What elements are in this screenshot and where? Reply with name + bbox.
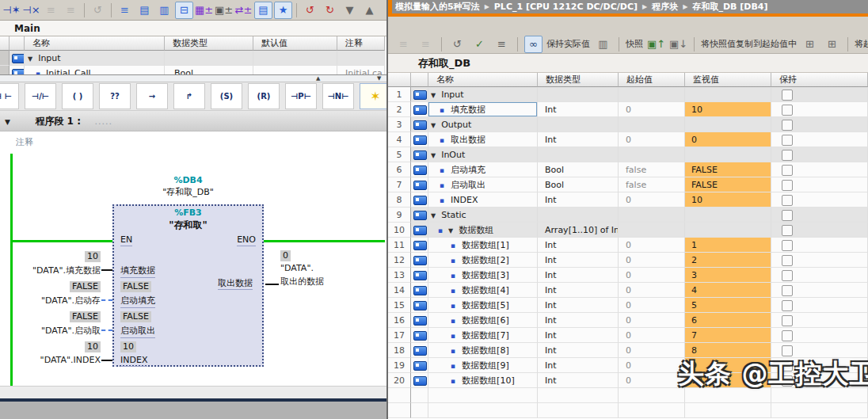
- monitor-value-cell[interactable]: 3: [685, 268, 771, 283]
- data-type-cell[interactable]: Int: [538, 238, 619, 253]
- variable-name-cell[interactable]: ▪Initial_Call: [25, 66, 165, 74]
- variable-name-cell[interactable]: ▪数据数组[3]: [428, 268, 538, 283]
- insert-network-icon[interactable]: ⊣✶: [2, 2, 21, 19]
- start-value-cell[interactable]: 0: [619, 268, 685, 283]
- watch-row[interactable]: 9▼Static: [388, 208, 868, 223]
- watch-row[interactable]: 12▪数据数组[2]Int02: [388, 253, 868, 268]
- watch-column-header[interactable]: [411, 73, 428, 87]
- data-type-cell[interactable]: Int: [538, 373, 619, 388]
- default-value-cell[interactable]: [253, 51, 337, 66]
- db-instance-name[interactable]: "存和取_DB": [112, 186, 264, 198]
- retain-checkbox[interactable]: [782, 105, 793, 116]
- data-type-cell[interactable]: [538, 117, 619, 132]
- variable-name-cell[interactable]: ▪数据数组[7]: [428, 328, 538, 343]
- start-value-cell[interactable]: 0: [619, 192, 685, 208]
- variable-name-cell[interactable]: ▪启动取出: [428, 177, 538, 192]
- interface-column-header[interactable]: 默认值: [253, 36, 337, 51]
- interface-row[interactable]: ▪Initial_CallBoolInitial ca: [0, 66, 386, 74]
- monitor-value-cell[interactable]: [685, 117, 771, 132]
- data-type-cell[interactable]: Int: [538, 358, 619, 373]
- variable-name-cell[interactable]: ▪启动填充: [428, 162, 538, 177]
- watch-row[interactable]: 11▪数据数组[1]Int01: [388, 238, 868, 253]
- upload-icon[interactable]: ▲: [360, 2, 379, 19]
- retain-checkbox[interactable]: [782, 210, 793, 221]
- start-value-cell[interactable]: 0: [619, 313, 685, 328]
- watch-row[interactable]: 4▪取出数据Int00: [388, 132, 868, 147]
- comment-cell[interactable]: Initial ca: [337, 66, 385, 74]
- output-operand-line1[interactable]: "DATA".: [280, 263, 314, 273]
- watch-row[interactable]: 19▪数据数组[9]Int09: [388, 358, 868, 373]
- start-value-cell[interactable]: [619, 208, 685, 223]
- retain-checkbox[interactable]: [782, 225, 793, 236]
- data-type-cell[interactable]: Array[1..10] of Int: [538, 223, 619, 238]
- network-comment[interactable]: 注释: [16, 136, 33, 148]
- data-type-cell[interactable]: Int: [538, 132, 619, 147]
- data-type-cell[interactable]: Bool: [538, 162, 619, 177]
- p-trigger-button[interactable]: ⊣P⊢: [285, 83, 317, 109]
- breadcrumb-item[interactable]: 存和取_DB [DB4]: [692, 1, 767, 13]
- data-type-cell[interactable]: Int: [538, 343, 619, 358]
- data-type-cell[interactable]: Int: [538, 102, 619, 117]
- monitor-value-cell[interactable]: [685, 223, 771, 238]
- interface-row[interactable]: ▼Input: [0, 51, 386, 66]
- watch-row[interactable]: 15▪数据数组[5]Int05: [388, 298, 868, 313]
- variable-name-cell[interactable]: ▪数据数组[5]: [428, 298, 538, 313]
- start-value-cell[interactable]: 0: [619, 358, 685, 373]
- data-type-cell[interactable]: Int: [538, 328, 619, 343]
- watch-row[interactable]: 14▪数据数组[4]Int04: [388, 283, 868, 298]
- default-value-cell[interactable]: [253, 66, 337, 74]
- watch-column-header[interactable]: 保持: [771, 73, 868, 87]
- set-coil-button[interactable]: (S): [211, 83, 242, 109]
- monitor-value-cell[interactable]: 1: [685, 238, 771, 253]
- variable-name-cell[interactable]: ▼Input: [428, 87, 538, 102]
- variable-name-cell[interactable]: ▪数据数组[8]: [428, 343, 538, 358]
- retain-checkbox[interactable]: [782, 375, 793, 387]
- interface-column-header[interactable]: 名称: [25, 36, 165, 51]
- monitor-value-cell[interactable]: FALSE: [685, 162, 771, 177]
- input-operand[interactable]: "DATA".填充数据: [0, 265, 101, 276]
- monitor-value-cell[interactable]: [685, 87, 771, 102]
- watch-row[interactable]: 13▪数据数组[3]Int03: [388, 268, 868, 283]
- retain-checkbox[interactable]: [782, 90, 793, 101]
- absolute-operands-icon[interactable]: ▤: [135, 2, 154, 19]
- watch-row[interactable]: 10▪▼数据数组Array[1..10] of Int: [388, 223, 868, 238]
- retain-checkbox[interactable]: [782, 240, 793, 251]
- data-type-cell[interactable]: [165, 51, 253, 66]
- start-value-cell[interactable]: [619, 147, 685, 162]
- data-type-cell[interactable]: [538, 87, 619, 102]
- data-type-cell[interactable]: Int: [538, 283, 619, 298]
- network-outline-icon[interactable]: ≡: [116, 2, 134, 19]
- breadcrumb-item[interactable]: PLC_1 [CPU 1212C DC/DC/DC]: [494, 2, 638, 12]
- watch-row[interactable]: 16▪数据数组[6]Int06: [388, 313, 868, 328]
- monitor-value-cell[interactable]: 5: [685, 298, 771, 313]
- variable-name-cell[interactable]: ▪填充数据: [428, 102, 538, 117]
- open-branch-button[interactable]: →: [136, 83, 168, 109]
- start-value-cell[interactable]: 0: [619, 253, 685, 268]
- variable-name-cell[interactable]: ▪▼数据数组: [428, 223, 538, 238]
- retain-checkbox[interactable]: [782, 300, 793, 311]
- start-value-cell[interactable]: [619, 223, 685, 238]
- retain-checkbox[interactable]: [782, 330, 793, 341]
- insert-row-icon[interactable]: ≡: [394, 36, 413, 53]
- watch-row[interactable]: 1▼Input: [388, 87, 868, 102]
- variable-name-cell[interactable]: ▪INDEX: [428, 192, 538, 208]
- monitor-value-cell[interactable]: 2: [685, 253, 771, 268]
- retain-checkbox[interactable]: [782, 180, 793, 191]
- variable-name-cell[interactable]: ▼Input: [25, 51, 165, 66]
- retain-checkbox[interactable]: [782, 315, 793, 326]
- snapshot-load-icon[interactable]: ▣↓: [669, 36, 687, 53]
- empty-box-button[interactable]: ??: [99, 83, 131, 109]
- insert-row-after-icon[interactable]: ≡: [417, 36, 435, 53]
- reset-start-values-icon[interactable]: ↺: [89, 2, 107, 19]
- data-type-cell[interactable]: [538, 208, 619, 223]
- expand-triangle-icon[interactable]: ▼: [28, 55, 32, 63]
- watch-row[interactable]: 17▪数据数组[7]Int07: [388, 328, 868, 343]
- operand-representation-icon[interactable]: ▥: [155, 2, 173, 19]
- interface-column-header[interactable]: [0, 36, 10, 51]
- display-format-icon[interactable]: ▤: [254, 2, 272, 19]
- variable-name-cell[interactable]: ▪数据数组[1]: [428, 238, 538, 253]
- start-value-cell[interactable]: 0: [619, 373, 685, 388]
- watch-row[interactable]: 8▪INDEXInt010: [388, 192, 868, 208]
- retain-checkbox[interactable]: [782, 195, 793, 206]
- snapshot-values-icon[interactable]: ▣±: [215, 2, 233, 19]
